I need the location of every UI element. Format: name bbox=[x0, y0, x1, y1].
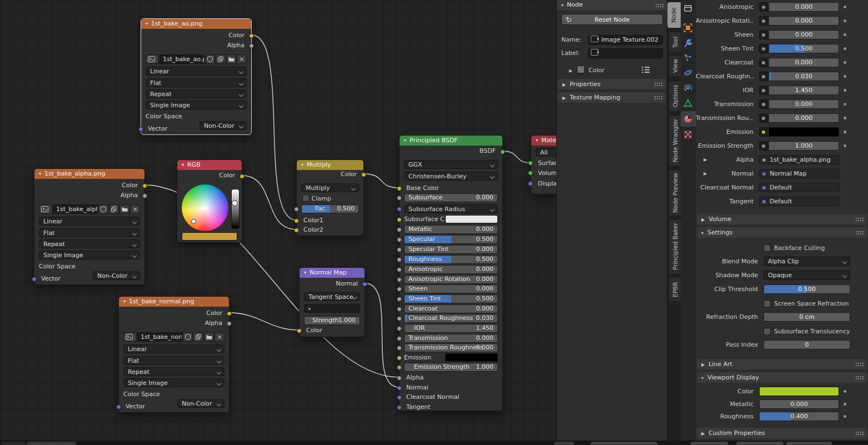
custom-properties-section-header[interactable]: ▶Custom Properties bbox=[697, 428, 867, 438]
node-name-field[interactable]: Image Texture.002 bbox=[588, 35, 663, 45]
socket-sheen-tint[interactable] bbox=[397, 297, 402, 302]
socket-base-color[interactable] bbox=[397, 186, 402, 191]
socket-specular-tint[interactable] bbox=[397, 247, 402, 252]
animate-decorator[interactable] bbox=[844, 144, 846, 147]
node-header[interactable]: ▾1st_bake_ao.png bbox=[141, 19, 251, 29]
interpolation-dropdown[interactable]: Linear bbox=[39, 217, 140, 226]
socket-color-output[interactable] bbox=[240, 174, 245, 179]
source-dropdown[interactable]: Single Image bbox=[146, 101, 247, 109]
socket-link-button[interactable] bbox=[759, 44, 768, 53]
node-header[interactable]: ▾Principled BSDF bbox=[400, 136, 502, 146]
tab-object-data-properties[interactable] bbox=[681, 97, 696, 111]
socket-displacement-input[interactable] bbox=[528, 181, 533, 186]
tab-view[interactable]: View bbox=[669, 56, 681, 77]
subsurface-method-dropdown[interactable]: Christensen-Burley bbox=[404, 172, 498, 181]
image-name-field[interactable]: 1st_bake_norm... bbox=[137, 332, 182, 342]
animate-decorator[interactable] bbox=[844, 19, 846, 22]
blend-mode-dropdown[interactable]: Multiply bbox=[301, 183, 359, 192]
socket-alpha-output[interactable] bbox=[249, 43, 254, 48]
collapse-icon[interactable]: ▾ bbox=[182, 162, 184, 167]
collapse-icon[interactable]: ▾ bbox=[123, 299, 126, 304]
image-datablock-button[interactable] bbox=[39, 204, 52, 214]
animate-decorator[interactable] bbox=[844, 47, 846, 50]
socket-link-button[interactable] bbox=[759, 86, 768, 95]
panel-grip[interactable] bbox=[655, 3, 664, 7]
emission-color-swatch[interactable] bbox=[769, 127, 839, 137]
node-header[interactable]: ▾1st_bake_alpha.png bbox=[34, 169, 144, 179]
subsurface-color-swatch[interactable] bbox=[445, 215, 498, 223]
node-header[interactable]: ▾RGB bbox=[177, 160, 242, 170]
color-wheel-cursor[interactable] bbox=[191, 219, 196, 224]
image-datablock-button[interactable] bbox=[123, 332, 137, 342]
anisotropic-slider[interactable]: 0.000 bbox=[769, 2, 839, 12]
tab-material-properties[interactable] bbox=[681, 111, 696, 127]
socket-fac-input[interactable] bbox=[294, 207, 299, 212]
socket-subsurface-color[interactable] bbox=[397, 217, 402, 222]
animate-decorator[interactable] bbox=[844, 403, 846, 406]
rgb-color-swatch[interactable] bbox=[182, 232, 237, 241]
collapse-icon[interactable]: ▾ bbox=[404, 138, 406, 143]
color-space-dropdown[interactable]: Non-Color bbox=[177, 399, 225, 408]
strength-slider[interactable]: Strength1.000 bbox=[304, 316, 360, 325]
socket-volume-input[interactable] bbox=[528, 171, 533, 176]
extension-dropdown[interactable]: Repeat bbox=[123, 367, 225, 376]
refraction-depth-field[interactable]: 0 cm bbox=[764, 312, 850, 322]
ior-slider[interactable]: 1.450 bbox=[769, 86, 839, 95]
value-slider-handle[interactable] bbox=[232, 200, 238, 206]
animate-decorator[interactable] bbox=[844, 103, 846, 106]
clamp-checkbox[interactable] bbox=[302, 194, 310, 202]
anisotropic-rotation-slider[interactable]: 0.000 bbox=[769, 16, 839, 26]
emission-color-swatch[interactable] bbox=[445, 353, 498, 362]
animate-decorator[interactable] bbox=[844, 89, 846, 92]
subsurface-translucency-checkbox[interactable] bbox=[764, 328, 771, 335]
socket-normal-output[interactable] bbox=[362, 282, 367, 287]
viewport-color-swatch[interactable] bbox=[759, 387, 839, 396]
clipped-button[interactable] bbox=[786, 442, 832, 445]
properties-section-header[interactable]: ▶Properties bbox=[558, 79, 666, 89]
socket-link-button[interactable] bbox=[759, 2, 768, 12]
target-dropdown[interactable]: All bbox=[536, 148, 556, 157]
panel-grip[interactable] bbox=[855, 362, 864, 366]
transmission-slider[interactable]: 0.000 bbox=[769, 99, 839, 109]
tab-particles-properties[interactable] bbox=[681, 51, 696, 66]
backface-culling-checkbox[interactable] bbox=[764, 244, 771, 252]
node-header[interactable]: ▾Normal Map bbox=[300, 268, 365, 278]
texture-mapping-section-header[interactable]: ▶Texture Mapping bbox=[558, 92, 666, 103]
node-label-field[interactable] bbox=[588, 48, 663, 58]
copy-button[interactable] bbox=[193, 332, 203, 342]
node-material-output[interactable]: ▾Mater All Surface Volume Displace bbox=[531, 135, 556, 194]
clipped-button[interactable] bbox=[691, 442, 728, 445]
emission-strength-slider[interactable]: 1.000 bbox=[769, 141, 839, 151]
tab-tool[interactable]: Tool bbox=[669, 32, 681, 52]
socket-surface-input[interactable] bbox=[528, 161, 533, 166]
node-normal-map[interactable]: ▾Normal Map Normal Tangent Space Strengt… bbox=[299, 267, 365, 337]
animate-decorator[interactable] bbox=[844, 117, 846, 119]
socket-link-button[interactable] bbox=[759, 99, 768, 109]
socket-vector-input[interactable] bbox=[138, 127, 143, 132]
panel-grip[interactable] bbox=[855, 217, 864, 221]
collapse-icon[interactable]: ▾ bbox=[304, 270, 306, 275]
reset-node-button[interactable]: ↻ Reset Node bbox=[561, 14, 663, 25]
tab-node-preview[interactable]: Node Preview bbox=[669, 170, 681, 216]
panel-grip[interactable] bbox=[654, 82, 662, 86]
socket-color2-input[interactable] bbox=[294, 228, 299, 233]
expand-icon[interactable]: ▶ bbox=[569, 68, 572, 73]
sheen-slider[interactable]: Sheen0.000 bbox=[404, 284, 498, 293]
socket-link-button[interactable] bbox=[759, 141, 768, 151]
list-icon[interactable] bbox=[641, 66, 650, 73]
anisotropic-rotation-slider[interactable]: Anisotropic Rotation0.000 bbox=[404, 275, 498, 284]
collapse-icon[interactable]: ▾ bbox=[146, 21, 148, 26]
uv-map-field[interactable] bbox=[304, 304, 360, 313]
blend-mode-dropdown[interactable]: Alpha Clip bbox=[764, 257, 850, 266]
tab-principled-baker[interactable]: Principled Baker bbox=[669, 220, 681, 273]
tab-physics-properties[interactable] bbox=[681, 66, 696, 81]
tab-node[interactable]: Node bbox=[667, 2, 681, 28]
source-dropdown[interactable]: Single Image bbox=[123, 378, 225, 387]
socket-emission-strength[interactable] bbox=[397, 365, 402, 370]
source-dropdown[interactable]: Single Image bbox=[39, 251, 140, 259]
animate-decorator[interactable] bbox=[844, 33, 846, 36]
transmission-slider[interactable]: Transmission0.000 bbox=[404, 334, 498, 343]
animate-decorator[interactable] bbox=[844, 61, 846, 64]
socket-clearcoat-roughness[interactable] bbox=[397, 316, 402, 321]
socket-color-input[interactable] bbox=[297, 328, 302, 333]
